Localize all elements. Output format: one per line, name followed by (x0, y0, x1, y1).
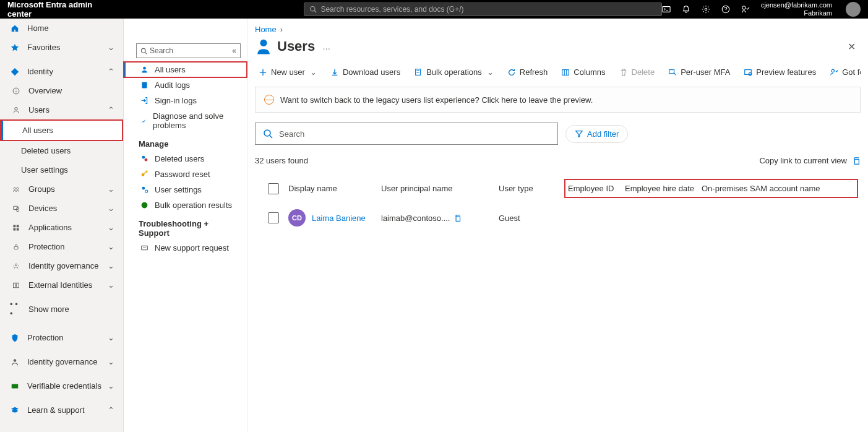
subnav-label: Sign-in logs (155, 96, 197, 105)
sidebar-item-users[interactable]: Users ⌃ (0, 100, 123, 119)
user-display-name-link[interactable]: Laima Baniene (312, 214, 366, 223)
add-filter-button[interactable]: Add filter (565, 125, 628, 143)
subnav-item-deleted-users[interactable]: Deleted users (124, 151, 247, 166)
new-user-button[interactable]: New user ⌄ (259, 67, 317, 77)
resource-search-input[interactable]: Search « (136, 43, 241, 58)
sidebar-item-protection[interactable]: Protection ⌄ (0, 237, 123, 256)
sidebar-item-user-settings[interactable]: User settings (0, 160, 123, 179)
per-user-mfa-button[interactable]: Per-user MFA (668, 67, 730, 77)
sidebar-item-learn-support[interactable]: Learn & support ⌃ (0, 400, 123, 420)
select-all-checkbox[interactable] (259, 183, 288, 194)
more-icon[interactable]: … (322, 42, 330, 51)
button-label: New user (271, 67, 305, 77)
sidebar-item-deleted-users[interactable]: Deleted users (0, 141, 123, 160)
groups-icon (10, 186, 22, 193)
svg-point-27 (142, 156, 145, 159)
svg-line-1 (315, 11, 317, 12)
column-header-display-name[interactable]: Display name (288, 184, 381, 193)
subnav-label: Diagnose and solve problems (153, 111, 241, 130)
account-avatar-icon[interactable] (846, 2, 861, 17)
close-blade-button[interactable]: ✕ (848, 41, 861, 53)
subnav-item-audit-logs[interactable]: Audit logs (124, 77, 247, 93)
settings-icon[interactable] (702, 5, 710, 14)
subnav-item-bulk-results[interactable]: Bulk operation results (124, 197, 247, 213)
table-row[interactable]: CD Laima Baniene laimab@contoso.... Gues… (255, 203, 861, 233)
legacy-preview-banner[interactable]: — Want to switch back to the legacy user… (255, 87, 861, 113)
breadcrumb-home[interactable]: Home (255, 25, 277, 34)
sidebar-item-identity-governance-section[interactable]: Identity governance ⌄ (0, 352, 123, 371)
download-users-button[interactable]: Download users (330, 67, 400, 77)
sidebar-item-verifiable-credentials[interactable]: Verifiable credentials ⌄ (0, 376, 123, 395)
svg-rect-20 (17, 283, 19, 288)
users-found-count: 32 users found (255, 156, 308, 165)
svg-rect-48 (457, 217, 461, 221)
svg-point-25 (143, 67, 146, 70)
sidebar-item-identity-governance[interactable]: Identity governance ⌄ (0, 256, 123, 275)
users-table: Display name User principal name User ty… (255, 174, 861, 233)
notifications-icon[interactable] (682, 5, 690, 14)
diamond-icon (9, 67, 21, 76)
chevron-down-icon: ⌄ (108, 184, 114, 194)
bulk-operations-button[interactable]: Bulk operations ⌄ (414, 67, 494, 77)
sidebar-item-overview[interactable]: Overview (0, 81, 123, 100)
subnav-item-diagnose[interactable]: Diagnose and solve problems (124, 108, 247, 133)
svg-rect-47 (854, 159, 859, 164)
refresh-button[interactable]: Refresh (507, 67, 548, 77)
row-checkbox[interactable] (259, 212, 288, 223)
subnav-item-new-support-request[interactable]: New support request (124, 240, 247, 256)
column-header-employee-id[interactable]: Employee ID (568, 184, 625, 193)
sidebar-item-protection-section[interactable]: Protection ⌄ (0, 328, 123, 347)
page-header: Users … ✕ (255, 38, 861, 55)
column-header-sam-account[interactable]: On-premises SAM account name (702, 184, 854, 193)
sidebar-item-external-identities[interactable]: External Identities ⌄ (0, 275, 123, 295)
sidebar-item-favorites[interactable]: Favorites ⌄ (0, 38, 123, 57)
column-header-upn[interactable]: User principal name (381, 184, 499, 193)
sidebar-item-identity[interactable]: Identity ⌃ (0, 62, 123, 81)
sidebar-item-home[interactable]: Home (0, 19, 123, 38)
svg-point-45 (264, 130, 270, 136)
sidebar-item-show-more[interactable]: • • • Show more (0, 295, 123, 323)
subnav-label: Bulk operation results (155, 201, 232, 210)
apps-icon (10, 224, 22, 231)
account-info[interactable]: cjensen@fabrikam.com Fabrikam (761, 1, 832, 17)
breadcrumb: Home › (255, 25, 861, 34)
user-settings-icon (139, 186, 150, 194)
sidebar-item-groups[interactable]: Groups ⌄ (0, 179, 123, 199)
chevron-down-icon: ⌄ (108, 43, 114, 52)
global-search-input[interactable]: Search resources, services, and docs (G+… (304, 2, 662, 16)
svg-rect-15 (14, 228, 16, 230)
preview-features-button[interactable]: Preview features (744, 67, 816, 77)
user-search-input[interactable]: Search (255, 123, 558, 145)
sidebar-label: User settings (21, 165, 68, 175)
subnav-item-password-reset[interactable]: Password reset (124, 166, 247, 182)
column-header-hire-date[interactable]: Employee hire date (625, 184, 702, 193)
svg-rect-17 (14, 246, 18, 249)
plus-icon (259, 68, 267, 77)
sidebar-item-applications[interactable]: Applications ⌄ (0, 218, 123, 237)
star-icon (9, 43, 21, 52)
cloud-shell-icon[interactable] (662, 5, 671, 14)
copy-upn-button[interactable] (453, 214, 462, 222)
sidebar-label: Identity (27, 67, 53, 76)
help-icon[interactable] (721, 5, 730, 14)
collapse-icon[interactable]: « (232, 46, 236, 55)
sidebar-item-all-users[interactable]: All users (1, 121, 122, 140)
refresh-icon (507, 68, 516, 77)
search-icon (263, 129, 273, 139)
subnav-item-all-users[interactable]: All users (124, 62, 247, 77)
copy-link-button[interactable]: Copy link to current view (759, 156, 861, 165)
chevron-down-icon: ⌄ (108, 333, 114, 342)
sidebar-item-devices[interactable]: Devices ⌄ (0, 199, 123, 218)
subnav-label: All users (155, 65, 186, 74)
sidebar-label: Deleted users (21, 146, 71, 155)
column-header-user-type[interactable]: User type (499, 184, 565, 193)
feedback-icon[interactable] (741, 5, 750, 14)
subnav-item-user-settings[interactable]: User settings (124, 182, 247, 197)
top-bar: Microsoft Entra admin center Search reso… (0, 0, 868, 19)
subnav-item-signin-logs[interactable]: Sign-in logs (124, 93, 247, 108)
columns-button[interactable]: Columns (561, 67, 605, 77)
shield-icon (9, 334, 21, 342)
sidebar-label: Show more (28, 305, 69, 314)
sidebar-label: External Identities (28, 280, 92, 290)
got-feedback-button[interactable]: Got feedback (830, 67, 861, 77)
